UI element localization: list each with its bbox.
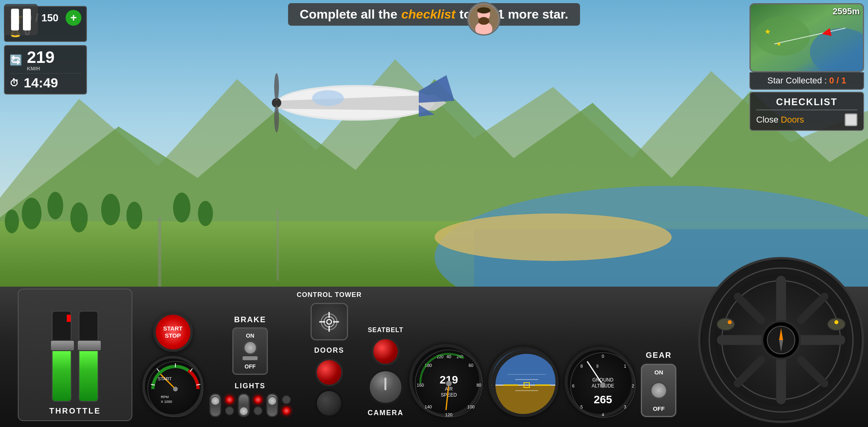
start-stop-button[interactable]: STARTSTOP (153, 312, 193, 352)
start-stop-label: STARTSTOP (163, 325, 183, 339)
doors-label: DOORS (314, 346, 344, 355)
doors-knob-bottom[interactable] (315, 389, 343, 417)
dial-knob[interactable] (368, 369, 403, 405)
svg-text:RPM: RPM (161, 395, 169, 399)
airspeed-gauge-svg: 40 60 80 100 120 140 160 180 220 240 AIR… (412, 347, 486, 420)
throttle-track-left[interactable] (52, 311, 72, 402)
seatbelt-camera-column: SEATBELT CAMERA (367, 327, 403, 417)
svg-rect-24 (158, 217, 161, 297)
svg-text:4: 4 (602, 412, 604, 417)
brake-off-label: OFF (245, 363, 256, 370)
lights-toggle-1[interactable] (209, 393, 221, 417)
brake-handle (243, 356, 258, 360)
svg-point-113 (717, 318, 734, 330)
svg-point-29 (478, 17, 490, 25)
star-collected-value: 0 / 1 (829, 76, 846, 85)
svg-text:1: 1 (624, 364, 626, 368)
lights-toggle-2[interactable] (238, 393, 250, 417)
brake-switch[interactable]: ON OFF (232, 327, 268, 375)
horizon-gauge-svg (491, 350, 559, 417)
svg-line-107 (801, 360, 825, 384)
avatar-svg (468, 3, 499, 35)
lights-toggle-3-knob (267, 396, 277, 406)
svg-point-12 (126, 202, 142, 229)
checklist-item-text: Close Doors (756, 115, 804, 125)
svg-text:★: ★ (776, 41, 781, 47)
svg-point-20 (312, 90, 344, 106)
gear-switch[interactable]: ON OFF (641, 364, 676, 417)
horizon-gauge (488, 347, 559, 417)
map-panel: ★ ★ 2595m Star Collected : 0 / 1 CHECKLI… (749, 3, 864, 131)
light-indicators (225, 395, 234, 415)
checklist-checkbox[interactable] (845, 113, 857, 126)
cockpit-dashboard: THROTTLE STARTSTOP (0, 287, 868, 427)
lights-toggle-2-knob (239, 406, 249, 416)
brake-knob (243, 341, 257, 355)
throttle-label: THROTTLE (49, 406, 101, 416)
brake-on-label: ON (246, 333, 254, 339)
gear-off-label: OFF (653, 405, 665, 412)
instruments-area: STARTSTOP START RP (142, 291, 690, 421)
control-tower-button[interactable] (311, 303, 348, 340)
pause-button[interactable] (4, 4, 38, 35)
time-value: 14:49 (24, 75, 58, 91)
lights-label: LIGHTS (235, 382, 265, 390)
svg-point-8 (47, 192, 63, 219)
throttle-handle-left[interactable] (50, 340, 75, 351)
svg-point-116 (834, 320, 838, 324)
svg-text:9: 9 (597, 364, 599, 368)
seatbelt-label: SEATBELT (368, 327, 403, 334)
horizon-column (488, 347, 559, 417)
svg-point-51 (327, 319, 331, 324)
svg-rect-25 (277, 210, 279, 281)
light-indicators-2 (254, 395, 262, 415)
altitude-column: 0 1 2 3 4 5 6 8 9 GROUND ALTITUDE 265 (565, 347, 635, 417)
start-rpm-column: STARTSTOP START RP (142, 312, 203, 417)
banner-highlight-text: checklist (401, 7, 456, 22)
svg-line-47 (157, 368, 159, 372)
steering-wheel-area[interactable] (698, 257, 864, 423)
svg-point-30 (477, 7, 491, 13)
minimap: ★ ★ 2595m (749, 3, 864, 72)
svg-point-50 (324, 317, 334, 327)
throttle-track-right[interactable] (79, 311, 98, 402)
svg-point-9 (70, 202, 88, 232)
svg-text:120: 120 (445, 412, 452, 417)
altitude-gauge-svg: 0 1 2 3 4 5 6 8 9 GROUND ALTITUDE 265 (568, 350, 638, 420)
svg-point-71 (446, 381, 452, 386)
speed-value: 219 (27, 49, 55, 66)
svg-text:5: 5 (580, 404, 583, 409)
brake-switches-column: BRAKE ON OFF LIGHTS (209, 315, 291, 417)
top-left-overlay: ⭐ 0 / 150 + 💰 0 🔄 219 KM/H ⏱ 14:49 (0, 0, 91, 98)
light-indicator-off-2 (254, 406, 262, 415)
svg-point-40 (173, 387, 178, 391)
svg-point-33 (755, 16, 810, 56)
checklist-title: CHECKLIST (756, 96, 857, 110)
light-indicator-off-3 (282, 395, 291, 404)
steering-wheel-svg (702, 261, 860, 419)
seatbelt-knob[interactable] (372, 338, 399, 365)
star-max: 150 (41, 12, 58, 24)
svg-text:6: 6 (572, 384, 574, 388)
speed-row: 🔄 219 KM/H (9, 49, 81, 72)
svg-point-10 (5, 210, 19, 233)
throttle-fill-green2 (79, 349, 98, 401)
svg-text:★: ★ (764, 28, 771, 36)
add-button[interactable]: + (66, 10, 81, 26)
svg-text:START: START (158, 376, 171, 381)
lights-toggles (209, 393, 291, 417)
throttle-sliders (52, 301, 98, 402)
rpm-gauge-svg: START RPM X 1000 (145, 359, 206, 420)
dial-line (384, 378, 386, 390)
rpm-gauge: START RPM X 1000 (142, 356, 203, 417)
gear-on-label: ON (654, 369, 663, 376)
camera-label: CAMERA (367, 409, 403, 417)
lights-toggle-3[interactable] (266, 393, 278, 417)
doors-knob-top[interactable] (315, 359, 343, 386)
throttle-handle-right[interactable] (77, 340, 102, 351)
pause-bar-right (23, 9, 31, 30)
svg-text:140: 140 (425, 404, 432, 409)
svg-text:60: 60 (469, 363, 473, 368)
tower-icon-svg (317, 310, 341, 334)
altitude-gauge: 0 1 2 3 4 5 6 8 9 GROUND ALTITUDE 265 (565, 347, 635, 417)
